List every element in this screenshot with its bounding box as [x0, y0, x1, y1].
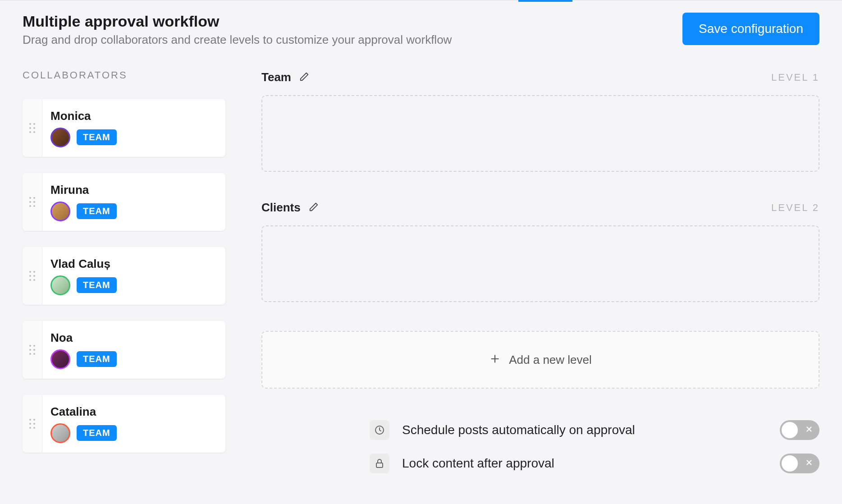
close-icon	[805, 425, 813, 435]
drag-handle-icon[interactable]	[23, 99, 42, 157]
collaborator-card[interactable]: Noa TEAM	[23, 321, 225, 379]
toggle-switch[interactable]	[780, 420, 819, 440]
team-badge: TEAM	[77, 129, 117, 145]
toggle-switch[interactable]	[780, 454, 819, 473]
collaborators-heading: COLLABORATORS	[23, 69, 225, 81]
collaborator-card[interactable]: Catalina TEAM	[23, 395, 225, 453]
level-dropzone[interactable]	[261, 225, 819, 302]
toggle-knob	[782, 455, 798, 472]
drag-handle-icon[interactable]	[23, 395, 42, 453]
collaborator-card[interactable]: Vlad Caluș TEAM	[23, 247, 225, 305]
pencil-icon[interactable]	[309, 202, 319, 214]
setting-label: Schedule posts automatically on approval	[402, 423, 780, 437]
close-icon	[805, 458, 813, 469]
setting-lock-after-approval: Lock content after approval	[370, 454, 819, 473]
team-badge: TEAM	[77, 351, 117, 367]
page-subtitle: Drag and drop collaborators and create l…	[23, 33, 452, 47]
pencil-icon[interactable]	[299, 72, 309, 83]
collaborator-name: Vlad Caluș	[50, 257, 117, 271]
drag-handle-icon[interactable]	[23, 173, 42, 231]
setting-schedule-on-approval: Schedule posts automatically on approval	[370, 420, 819, 440]
collaborator-name: Noa	[50, 331, 117, 345]
collaborators-sidebar: COLLABORATORS Monica TEAM	[23, 69, 225, 487]
team-badge: TEAM	[77, 425, 117, 441]
add-new-level-button[interactable]: Add a new level	[261, 331, 819, 389]
save-configuration-button[interactable]: Save configuration	[682, 13, 819, 45]
team-badge: TEAM	[77, 203, 117, 219]
level-title: Team	[261, 70, 291, 84]
drag-handle-icon[interactable]	[23, 247, 42, 305]
plus-icon	[489, 353, 501, 367]
collaborator-name: Monica	[50, 109, 117, 123]
add-level-label: Add a new level	[509, 353, 592, 367]
avatar	[50, 128, 70, 147]
top-border	[0, 0, 842, 0]
level-number-label: LEVEL 1	[771, 72, 819, 83]
clock-icon	[370, 420, 389, 440]
drag-handle-icon[interactable]	[23, 321, 42, 379]
approval-level: Clients LEVEL 2	[261, 201, 819, 302]
avatar	[50, 423, 70, 443]
page-title: Multiple approval workflow	[23, 13, 452, 30]
page-header: Multiple approval workflow Drag and drop…	[23, 13, 819, 47]
collaborator-card[interactable]: Monica TEAM	[23, 99, 225, 157]
setting-label: Lock content after approval	[402, 456, 780, 471]
approval-level: Team LEVEL 1	[261, 70, 819, 172]
level-number-label: LEVEL 2	[771, 202, 819, 214]
lock-icon	[370, 454, 389, 473]
svg-rect-5	[376, 463, 383, 467]
level-title: Clients	[261, 201, 301, 215]
top-tab-accent	[518, 0, 572, 2]
avatar	[50, 202, 70, 221]
collaborator-name: Miruna	[50, 183, 117, 197]
collaborator-card[interactable]: Miruna TEAM	[23, 173, 225, 231]
avatar	[50, 349, 70, 369]
workflow-settings: Schedule posts automatically on approval…	[261, 420, 819, 473]
level-dropzone[interactable]	[261, 95, 819, 172]
team-badge: TEAM	[77, 277, 117, 293]
toggle-knob	[782, 422, 798, 438]
avatar	[50, 275, 70, 295]
collaborator-name: Catalina	[50, 405, 117, 419]
